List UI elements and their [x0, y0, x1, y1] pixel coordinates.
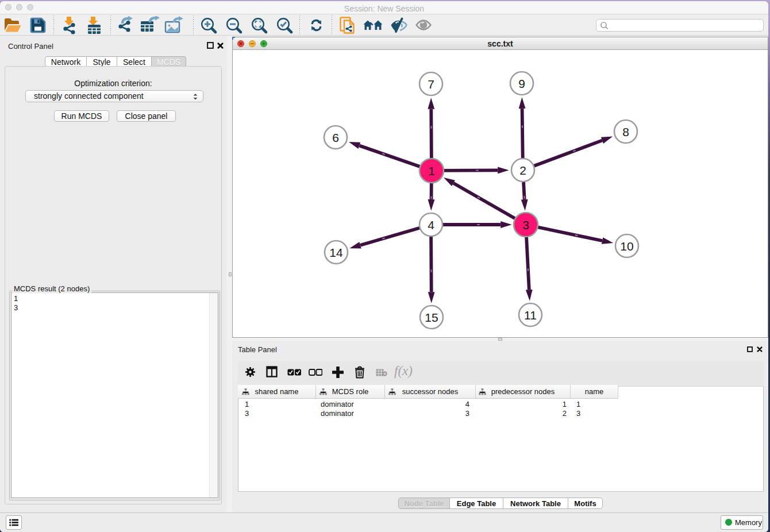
svg-text:8: 8	[622, 125, 629, 138]
svg-text:10: 10	[620, 240, 633, 253]
svg-text:6: 6	[332, 131, 339, 144]
svg-text:9: 9	[518, 77, 525, 90]
svg-text:7: 7	[428, 78, 434, 91]
svg-text:4: 4	[428, 218, 434, 232]
svg-text:14: 14	[329, 246, 343, 259]
svg-text:1: 1	[428, 164, 435, 178]
svg-text:11: 11	[524, 309, 537, 322]
svg-text:2: 2	[519, 164, 526, 177]
svg-text:3: 3	[522, 218, 529, 232]
svg-text:15: 15	[425, 311, 438, 324]
